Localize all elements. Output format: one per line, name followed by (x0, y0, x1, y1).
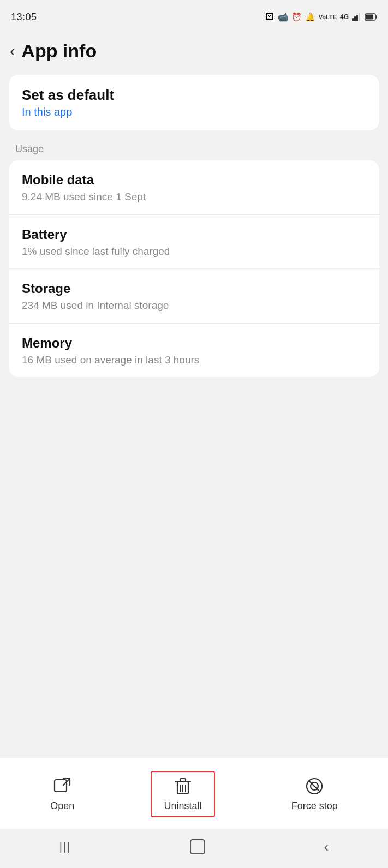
force-stop-label: Force stop (291, 800, 338, 812)
recent-apps-button[interactable]: ||| (59, 841, 71, 853)
memory-desc: 16 MB used on average in last 3 hours (22, 353, 366, 368)
memory-title: Memory (22, 336, 366, 351)
open-label: Open (50, 800, 74, 812)
battery-title: Battery (22, 227, 366, 242)
set-as-default-card[interactable]: Set as default In this app (9, 75, 379, 130)
battery-item[interactable]: Battery 1% used since last fully charged (9, 215, 379, 270)
force-stop-button[interactable]: Force stop (278, 771, 351, 817)
alarm-icon: ⏰ (291, 12, 302, 22)
status-time: 13:05 (11, 11, 37, 23)
svg-rect-11 (180, 779, 186, 782)
open-button[interactable]: Open (37, 771, 87, 817)
status-icons: 🖼 📹 ⏰ 🔔 VoLTE 4G (265, 12, 377, 22)
svg-rect-2 (356, 15, 358, 21)
nav-bar: ||| ‹ (0, 829, 388, 868)
svg-rect-7 (55, 780, 67, 792)
block-icon (305, 776, 324, 796)
uninstall-button[interactable]: Uninstall (151, 771, 214, 817)
back-nav-button[interactable]: ‹ (324, 839, 329, 855)
svg-rect-3 (359, 13, 360, 21)
usage-section-label: Usage (0, 135, 388, 158)
svg-rect-6 (366, 15, 373, 20)
mobile-data-item[interactable]: Mobile data 9.24 MB used since 1 Sept (9, 160, 379, 215)
trash-icon (173, 776, 193, 796)
mobile-data-desc: 9.24 MB used since 1 Sept (22, 190, 366, 205)
storage-desc: 234 MB used in Internal storage (22, 298, 366, 313)
svg-rect-0 (352, 18, 354, 21)
usage-card: Mobile data 9.24 MB used since 1 Sept Ba… (9, 160, 379, 377)
network-label: 4G (340, 13, 349, 21)
storage-title: Storage (22, 281, 366, 296)
photo-icon: 🖼 (265, 12, 274, 22)
volte-label: VoLTE (319, 14, 337, 20)
open-icon (52, 776, 72, 796)
set-as-default-title: Set as default (22, 87, 366, 104)
mute-icon: 🔔 (305, 12, 315, 22)
status-bar: 13:05 🖼 📹 ⏰ 🔔 VoLTE 4G (0, 0, 388, 31)
battery-desc: 1% used since last fully charged (22, 244, 366, 259)
svg-rect-1 (354, 16, 356, 21)
video-icon: 📹 (277, 12, 288, 22)
in-this-app-label: In this app (22, 106, 366, 118)
header: ‹ App info (0, 31, 388, 70)
memory-item[interactable]: Memory 16 MB used on average in last 3 h… (9, 324, 379, 378)
mobile-data-title: Mobile data (22, 172, 366, 188)
page-title: App info (21, 40, 97, 62)
home-button[interactable] (190, 839, 205, 854)
uninstall-label: Uninstall (164, 800, 201, 812)
signal-icon (352, 13, 362, 21)
bottom-action-bar: Open Uninstall Force stop (0, 758, 388, 829)
svg-rect-5 (376, 15, 377, 19)
storage-item[interactable]: Storage 234 MB used in Internal storage (9, 269, 379, 324)
battery-icon (365, 13, 377, 21)
back-button[interactable]: ‹ (10, 44, 15, 59)
